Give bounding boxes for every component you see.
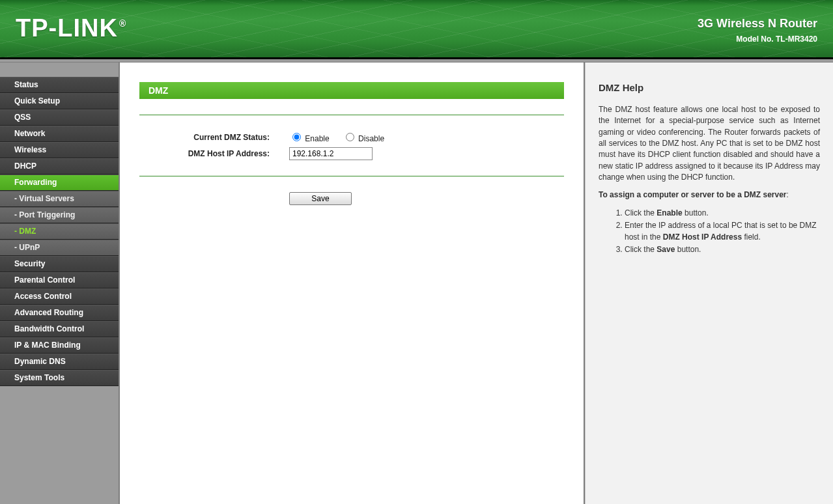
- sidebar: Status Quick Setup QSS Network Wireless …: [0, 63, 120, 504]
- nav-forwarding[interactable]: Forwarding: [0, 175, 119, 191]
- radio-enable-wrap[interactable]: Enable: [289, 131, 330, 143]
- help-panel: DMZ Help The DMZ host feature allows one…: [585, 63, 833, 504]
- row-dmz-ip: DMZ Host IP Address:: [139, 147, 564, 160]
- content-area: DMZ Current DMZ Status: Enable Disable D…: [120, 63, 585, 504]
- radio-disable-label: Disable: [358, 134, 384, 143]
- help-steps: Click the Enable button. Enter the IP ad…: [599, 208, 820, 256]
- nav-parental-control[interactable]: Parental Control: [0, 272, 119, 288]
- sidebar-nav: Status Quick Setup QSS Network Wireless …: [0, 63, 119, 386]
- nav-security[interactable]: Security: [0, 256, 119, 272]
- nav-port-triggering[interactable]: Port Triggering: [0, 207, 119, 223]
- logo-registered: ®: [119, 18, 126, 29]
- nav-advanced-routing[interactable]: Advanced Routing: [0, 305, 119, 321]
- radio-enable-label: Enable: [305, 134, 329, 143]
- help-step-1: Click the Enable button.: [625, 208, 820, 219]
- label-dmz-ip: DMZ Host IP Address:: [139, 149, 289, 158]
- row-dmz-status: Current DMZ Status: Enable Disable: [139, 131, 564, 143]
- nav-status[interactable]: Status: [0, 77, 119, 93]
- nav-dhcp[interactable]: DHCP: [0, 158, 119, 175]
- nav-wireless[interactable]: Wireless: [0, 142, 119, 158]
- help-title: DMZ Help: [599, 81, 820, 95]
- nav-network[interactable]: Network: [0, 126, 119, 142]
- nav-quick-setup[interactable]: Quick Setup: [0, 93, 119, 109]
- help-intro: The DMZ host feature allows one local ho…: [599, 104, 820, 184]
- nav-dynamic-dns[interactable]: Dynamic DNS: [0, 354, 119, 370]
- radio-enable[interactable]: [292, 133, 301, 141]
- radio-disable[interactable]: [346, 133, 354, 141]
- label-dmz-status: Current DMZ Status:: [139, 133, 289, 142]
- save-button[interactable]: Save: [289, 192, 352, 205]
- nav-system-tools[interactable]: System Tools: [0, 370, 119, 386]
- header-right: 3G Wireless N Router Model No. TL-MR3420: [698, 17, 817, 44]
- logo-text: TP-LINK: [16, 14, 118, 42]
- help-step-3: Click the Save button.: [625, 244, 820, 255]
- nav-ip-mac-binding[interactable]: IP & MAC Binding: [0, 337, 119, 354]
- page-title: DMZ: [139, 82, 564, 99]
- help-assign-heading: To assign a computer or server to be a D…: [599, 189, 820, 201]
- input-dmz-ip[interactable]: [289, 147, 373, 160]
- model-number: Model No. TL-MR3420: [698, 35, 817, 44]
- nav-bandwidth-control[interactable]: Bandwidth Control: [0, 321, 119, 337]
- nav-upnp[interactable]: UPnP: [0, 240, 119, 256]
- product-name: 3G Wireless N Router: [698, 17, 817, 31]
- help-step-2: Enter the IP address of a local PC that …: [625, 220, 820, 243]
- divider: [139, 176, 564, 176]
- nav-access-control[interactable]: Access Control: [0, 288, 119, 305]
- radio-disable-wrap[interactable]: Disable: [343, 131, 384, 143]
- divider: [139, 115, 564, 115]
- nav-qss[interactable]: QSS: [0, 109, 119, 126]
- header: TP-LINK® 3G Wireless N Router Model No. …: [0, 0, 833, 59]
- nav-dmz[interactable]: DMZ: [0, 223, 119, 240]
- logo: TP-LINK®: [16, 14, 125, 42]
- nav-virtual-servers[interactable]: Virtual Servers: [0, 191, 119, 207]
